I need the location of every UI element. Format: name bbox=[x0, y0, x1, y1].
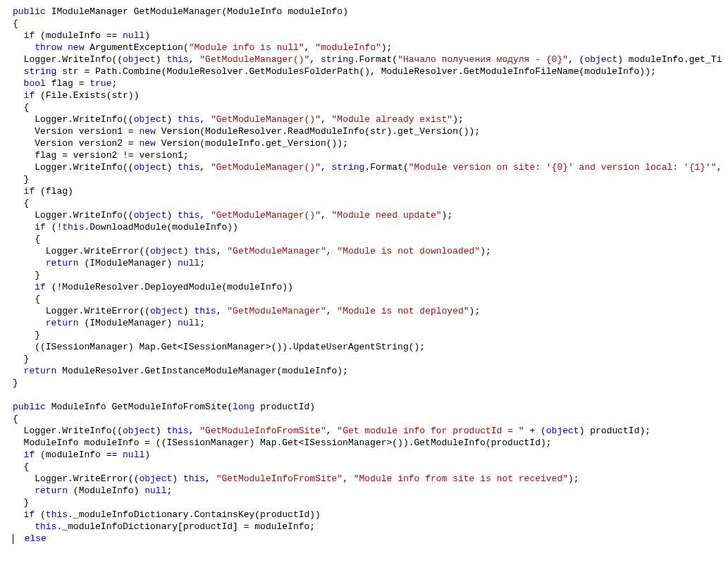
brace-open: { bbox=[35, 234, 40, 244]
kw-this: this bbox=[194, 306, 216, 316]
brace-open: { bbox=[13, 18, 18, 29]
str: "GetModuleManager" bbox=[227, 306, 326, 316]
kw-object: object bbox=[139, 473, 172, 484]
kw-bool: bool bbox=[24, 78, 46, 89]
txt: ) bbox=[156, 54, 167, 65]
txt: Logger.WriteInfo(( bbox=[24, 54, 123, 65]
txt: Logger.WriteError(( bbox=[46, 306, 150, 316]
brace-open: { bbox=[24, 102, 30, 113]
kw-return: return bbox=[35, 485, 68, 496]
kw-if: if bbox=[24, 449, 35, 460]
txt: , bbox=[189, 54, 200, 65]
txt: ) bbox=[183, 246, 195, 256]
kw-this: this bbox=[166, 426, 188, 436]
kw-object: object bbox=[134, 162, 167, 173]
txt: (!ModuleResolver.DeployedModule(moduleIn… bbox=[46, 282, 293, 292]
ex-type: ArgumentException bbox=[90, 42, 183, 53]
method-name: GetModuleInfoFromSite bbox=[111, 402, 227, 412]
kw-if: if bbox=[35, 222, 46, 232]
kw-string: string bbox=[321, 54, 354, 65]
param-name: productId bbox=[260, 402, 309, 412]
txt: ) bbox=[156, 426, 167, 436]
kw-string: string bbox=[24, 66, 57, 77]
kw-null: null bbox=[123, 30, 144, 41]
txt: Logger.WriteError(( bbox=[46, 246, 150, 256]
str: "Module is not downloaded" bbox=[337, 246, 480, 256]
txt: + ( bbox=[524, 426, 546, 436]
txt: ; bbox=[199, 258, 205, 268]
txt: , bbox=[326, 426, 338, 436]
txt: ); bbox=[469, 306, 481, 316]
txt: str = Path.Combine(ModuleResolver.GetMod… bbox=[56, 66, 655, 77]
txt: , bbox=[216, 246, 228, 256]
method-name: GetModuleManager bbox=[134, 6, 222, 17]
txt: Logger.WriteInfo(( bbox=[35, 210, 133, 221]
str: "Module info from site is not received" bbox=[354, 473, 568, 484]
txt: (ModuleInfo) bbox=[68, 485, 144, 496]
txt: ) bbox=[144, 449, 150, 460]
txt: Logger.WriteInfo(( bbox=[35, 114, 133, 125]
txt: , bbox=[199, 114, 211, 125]
kw-this: this bbox=[166, 54, 188, 65]
kw-true: true bbox=[90, 78, 111, 89]
brace-close: } bbox=[24, 354, 30, 364]
kw-null: null bbox=[178, 258, 199, 268]
txt: , ( bbox=[568, 54, 584, 65]
kw-this: this bbox=[46, 509, 68, 520]
txt: Logger.WriteInfo(( bbox=[24, 426, 123, 436]
txt: , bbox=[321, 162, 332, 173]
txt: , bbox=[309, 54, 321, 65]
str: "Module is not deployed" bbox=[337, 306, 469, 316]
txt: (File.Exists(str)) bbox=[35, 90, 139, 101]
txt: , bbox=[189, 426, 200, 436]
brace-close: } bbox=[24, 497, 30, 508]
txt: (moduleInfo == bbox=[35, 449, 123, 460]
brace-close: } bbox=[35, 270, 40, 280]
brace-open: { bbox=[24, 198, 30, 209]
txt: Version(moduleInfo.get_Version()); bbox=[156, 138, 348, 149]
str: "Module need update" bbox=[332, 210, 442, 221]
kw-this: this bbox=[178, 114, 199, 125]
kw-new: new bbox=[68, 42, 84, 53]
kw-new: new bbox=[139, 138, 155, 149]
kw-object: object bbox=[546, 426, 579, 436]
txt: ); bbox=[480, 246, 491, 256]
txt: , bbox=[199, 210, 211, 221]
txt: ; bbox=[111, 78, 117, 89]
txt: ) moduleInfo.get_Ti bbox=[617, 54, 722, 65]
txt: flag = version2 != version1; bbox=[35, 150, 188, 161]
kw-if: if bbox=[24, 30, 35, 41]
txt: Logger.WriteError(( bbox=[35, 473, 139, 484]
kw-object: object bbox=[123, 54, 156, 65]
txt: ._moduleInfoDictionary[productId] = modu… bbox=[56, 521, 315, 532]
txt: (flag) bbox=[35, 186, 73, 197]
ret-type: IModuleManager bbox=[51, 6, 128, 17]
kw-else: else bbox=[25, 533, 47, 544]
txt: ) bbox=[172, 473, 183, 484]
brace-close: } bbox=[35, 330, 40, 340]
kw-this: this bbox=[178, 162, 199, 173]
kw-throw: throw bbox=[35, 42, 62, 53]
str: "moduleInfo" bbox=[315, 42, 381, 53]
txt: , bbox=[717, 162, 722, 173]
txt: (moduleInfo == bbox=[35, 30, 123, 41]
kw-object: object bbox=[584, 54, 617, 65]
txt: Logger.WriteInfo(( bbox=[35, 162, 133, 173]
txt: (! bbox=[46, 222, 62, 232]
txt: ) bbox=[166, 162, 178, 173]
str: "Module info is null" bbox=[189, 42, 304, 53]
kw-return: return bbox=[24, 366, 57, 376]
str: "GetModuleManager()" bbox=[199, 54, 309, 65]
txt: ) bbox=[166, 114, 178, 125]
str: "Get module info for productId = " bbox=[337, 426, 524, 436]
txt: version2 = bbox=[73, 138, 140, 149]
txt: ; bbox=[199, 318, 205, 328]
txt: ) bbox=[183, 306, 195, 316]
cursor-icon bbox=[13, 534, 13, 544]
code-block: public IModuleManager GetModuleManager(M… bbox=[13, 6, 728, 545]
txt: ModuleResolver.GetInstanceModuleManager(… bbox=[56, 366, 347, 376]
kw-return: return bbox=[46, 258, 79, 268]
kw-object: object bbox=[134, 114, 167, 125]
kw-return: return bbox=[46, 318, 79, 328]
txt: (IModuleManager) bbox=[79, 258, 178, 268]
